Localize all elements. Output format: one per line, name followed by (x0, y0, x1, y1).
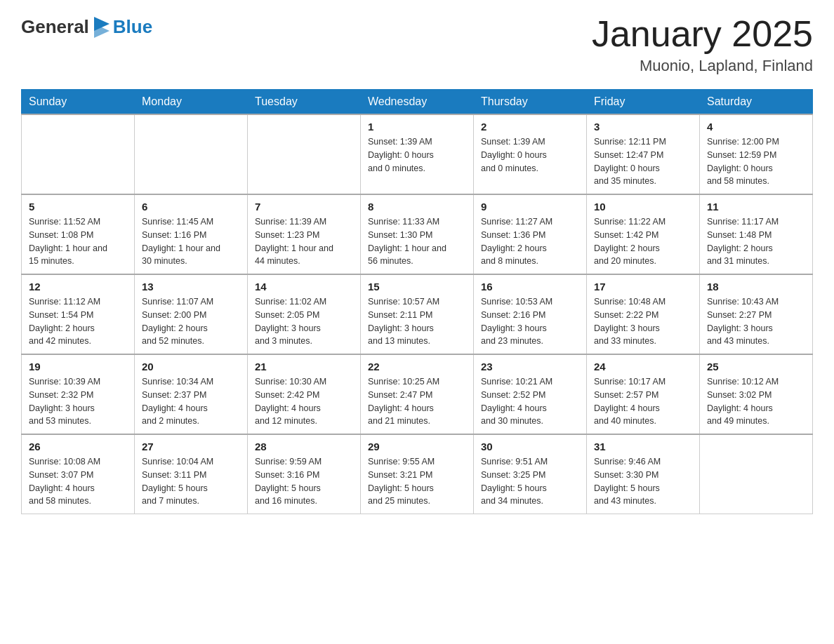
day-info: Sunrise: 10:08 AM Sunset: 3:07 PM Daylig… (29, 455, 127, 508)
day-number: 19 (29, 361, 127, 373)
day-number: 3 (594, 121, 692, 133)
day-number: 28 (255, 441, 353, 452)
calendar-cell: 2Sunset: 1:39 AM Daylight: 0 hours and 0… (474, 114, 587, 194)
day-number: 25 (707, 361, 805, 373)
day-number: 11 (707, 201, 805, 213)
day-number: 10 (594, 201, 692, 213)
calendar-cell: 13Sunrise: 11:07 AM Sunset: 2:00 PM Dayl… (135, 274, 248, 354)
day-info: Sunrise: 10:17 AM Sunset: 2:57 PM Daylig… (594, 375, 692, 428)
day-info: Sunrise: 9:55 AM Sunset: 3:21 PM Dayligh… (368, 455, 466, 508)
calendar-cell: 15Sunrise: 10:57 AM Sunset: 2:11 PM Dayl… (361, 274, 474, 354)
day-info: Sunrise: 11:07 AM Sunset: 2:00 PM Daylig… (142, 295, 240, 348)
calendar-cell: 14Sunrise: 11:02 AM Sunset: 2:05 PM Dayl… (248, 274, 361, 354)
logo: General Blue (21, 14, 152, 39)
day-number: 29 (368, 441, 466, 452)
day-info: Sunrise: 11:27 AM Sunset: 1:36 PM Daylig… (481, 215, 579, 268)
day-number: 5 (29, 201, 127, 213)
calendar-cell: 19Sunrise: 10:39 AM Sunset: 2:32 PM Dayl… (22, 354, 135, 434)
calendar-cell (700, 434, 813, 514)
page-header: General Blue January 2025 Muonio, Laplan… (21, 14, 813, 75)
day-number: 31 (594, 441, 692, 452)
day-info: Sunrise: 10:34 AM Sunset: 2:37 PM Daylig… (142, 375, 240, 428)
day-info: Sunrise: 11:02 AM Sunset: 2:05 PM Daylig… (255, 295, 353, 348)
location: Muonio, Lapland, Finland (592, 57, 813, 75)
day-number: 12 (29, 281, 127, 293)
calendar-cell: 28Sunrise: 9:59 AM Sunset: 3:16 PM Dayli… (248, 434, 361, 514)
day-info: Sunrise: 9:46 AM Sunset: 3:30 PM Dayligh… (594, 455, 692, 508)
day-info: Sunrise: 11:22 AM Sunset: 1:42 PM Daylig… (594, 215, 692, 268)
calendar-cell (248, 114, 361, 194)
day-info: Sunrise: 10:21 AM Sunset: 2:52 PM Daylig… (481, 375, 579, 428)
day-number: 1 (368, 121, 466, 133)
calendar-cell: 20Sunrise: 10:34 AM Sunset: 2:37 PM Dayl… (135, 354, 248, 434)
calendar-cell: 16Sunrise: 10:53 AM Sunset: 2:16 PM Dayl… (474, 274, 587, 354)
day-info: Sunrise: 10:39 AM Sunset: 2:32 PM Daylig… (29, 375, 127, 428)
day-number: 26 (29, 441, 127, 452)
calendar-cell: 25Sunrise: 10:12 AM Sunset: 3:02 PM Dayl… (700, 354, 813, 434)
calendar-cell: 5Sunrise: 11:52 AM Sunset: 1:08 PM Dayli… (22, 194, 135, 274)
day-info: Sunrise: 11:39 AM Sunset: 1:23 PM Daylig… (255, 215, 353, 268)
calendar-cell: 22Sunrise: 10:25 AM Sunset: 2:47 PM Dayl… (361, 354, 474, 434)
calendar-cell: 18Sunrise: 10:43 AM Sunset: 2:27 PM Dayl… (700, 274, 813, 354)
calendar-cell: 24Sunrise: 10:17 AM Sunset: 2:57 PM Dayl… (587, 354, 700, 434)
calendar-cell: 4Sunrise: 12:00 PM Sunset: 12:59 PM Dayl… (700, 114, 813, 194)
day-info: Sunrise: 11:17 AM Sunset: 1:48 PM Daylig… (707, 215, 805, 268)
day-number: 4 (707, 121, 805, 133)
day-number: 24 (594, 361, 692, 373)
day-info: Sunrise: 10:12 AM Sunset: 3:02 PM Daylig… (707, 375, 805, 428)
week-row-2: 5Sunrise: 11:52 AM Sunset: 1:08 PM Dayli… (22, 194, 813, 274)
day-info: Sunrise: 10:57 AM Sunset: 2:11 PM Daylig… (368, 295, 466, 348)
day-number: 7 (255, 201, 353, 213)
calendar-cell: 29Sunrise: 9:55 AM Sunset: 3:21 PM Dayli… (361, 434, 474, 514)
day-number: 13 (142, 281, 240, 293)
month-title: January 2025 (592, 14, 813, 54)
calendar-cell: 10Sunrise: 11:22 AM Sunset: 1:42 PM Dayl… (587, 194, 700, 274)
calendar-cell: 8Sunrise: 11:33 AM Sunset: 1:30 PM Dayli… (361, 194, 474, 274)
calendar-cell (22, 114, 135, 194)
day-info: Sunset: 1:39 AM Daylight: 0 hours and 0 … (481, 135, 579, 175)
week-row-5: 26Sunrise: 10:08 AM Sunset: 3:07 PM Dayl… (22, 434, 813, 514)
calendar-header-row: Sunday Monday Tuesday Wednesday Thursday… (22, 90, 813, 115)
title-block: January 2025 Muonio, Lapland, Finland (592, 14, 813, 75)
day-info: Sunrise: 10:04 AM Sunset: 3:11 PM Daylig… (142, 455, 240, 508)
day-info: Sunrise: 9:51 AM Sunset: 3:25 PM Dayligh… (481, 455, 579, 508)
day-number: 17 (594, 281, 692, 293)
day-info: Sunrise: 11:45 AM Sunset: 1:16 PM Daylig… (142, 215, 240, 268)
day-info: Sunrise: 12:00 PM Sunset: 12:59 PM Dayli… (707, 135, 805, 188)
header-sunday: Sunday (22, 90, 135, 115)
calendar-cell: 30Sunrise: 9:51 AM Sunset: 3:25 PM Dayli… (474, 434, 587, 514)
calendar-cell: 17Sunrise: 10:48 AM Sunset: 2:22 PM Dayl… (587, 274, 700, 354)
day-number: 2 (481, 121, 579, 133)
day-number: 20 (142, 361, 240, 373)
calendar-cell: 31Sunrise: 9:46 AM Sunset: 3:30 PM Dayli… (587, 434, 700, 514)
header-monday: Monday (135, 90, 248, 115)
calendar-cell: 23Sunrise: 10:21 AM Sunset: 2:52 PM Dayl… (474, 354, 587, 434)
day-info: Sunrise: 10:25 AM Sunset: 2:47 PM Daylig… (368, 375, 466, 428)
day-number: 30 (481, 441, 579, 452)
calendar-cell: 6Sunrise: 11:45 AM Sunset: 1:16 PM Dayli… (135, 194, 248, 274)
day-info: Sunrise: 10:30 AM Sunset: 2:42 PM Daylig… (255, 375, 353, 428)
header-wednesday: Wednesday (361, 90, 474, 115)
day-number: 16 (481, 281, 579, 293)
calendar-cell: 1Sunset: 1:39 AM Daylight: 0 hours and 0… (361, 114, 474, 194)
calendar-cell: 3Sunrise: 12:11 PM Sunset: 12:47 PM Dayl… (587, 114, 700, 194)
header-saturday: Saturday (700, 90, 813, 115)
calendar-cell: 9Sunrise: 11:27 AM Sunset: 1:36 PM Dayli… (474, 194, 587, 274)
calendar-cell: 26Sunrise: 10:08 AM Sunset: 3:07 PM Dayl… (22, 434, 135, 514)
calendar-cell: 27Sunrise: 10:04 AM Sunset: 3:11 PM Dayl… (135, 434, 248, 514)
day-info: Sunrise: 11:12 AM Sunset: 1:54 PM Daylig… (29, 295, 127, 348)
day-number: 15 (368, 281, 466, 293)
day-number: 14 (255, 281, 353, 293)
day-info: Sunrise: 11:52 AM Sunset: 1:08 PM Daylig… (29, 215, 127, 268)
logo-blue: Blue (113, 16, 152, 38)
day-number: 27 (142, 441, 240, 452)
week-row-1: 1Sunset: 1:39 AM Daylight: 0 hours and 0… (22, 114, 813, 194)
day-info: Sunrise: 9:59 AM Sunset: 3:16 PM Dayligh… (255, 455, 353, 508)
day-number: 23 (481, 361, 579, 373)
header-tuesday: Tuesday (248, 90, 361, 115)
day-info: Sunrise: 10:53 AM Sunset: 2:16 PM Daylig… (481, 295, 579, 348)
day-number: 22 (368, 361, 466, 373)
day-info: Sunrise: 10:43 AM Sunset: 2:27 PM Daylig… (707, 295, 805, 348)
calendar-cell (135, 114, 248, 194)
day-number: 8 (368, 201, 466, 213)
